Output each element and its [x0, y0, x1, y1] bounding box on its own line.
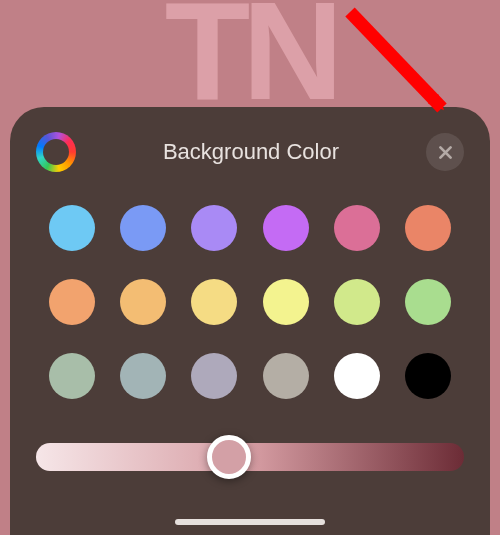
sheet-title: Background Color	[76, 139, 426, 165]
swatch-3[interactable]	[263, 205, 309, 251]
swatch-13[interactable]	[120, 353, 166, 399]
swatch-10[interactable]	[334, 279, 380, 325]
swatch-11[interactable]	[405, 279, 451, 325]
svg-line-1	[350, 12, 442, 108]
swatch-1[interactable]	[120, 205, 166, 251]
swatch-12[interactable]	[49, 353, 95, 399]
close-icon	[437, 144, 454, 161]
swatch-grid	[36, 205, 464, 399]
swatch-4[interactable]	[334, 205, 380, 251]
color-wheel-button[interactable]	[36, 132, 76, 172]
slider-thumb[interactable]	[207, 435, 251, 479]
home-indicator[interactable]	[175, 519, 325, 525]
swatch-8[interactable]	[191, 279, 237, 325]
close-button[interactable]	[426, 133, 464, 171]
swatch-6[interactable]	[49, 279, 95, 325]
swatch-15[interactable]	[263, 353, 309, 399]
swatch-0[interactable]	[49, 205, 95, 251]
tint-slider[interactable]	[36, 437, 464, 477]
sheet-header: Background Color	[36, 127, 464, 177]
swatch-5[interactable]	[405, 205, 451, 251]
swatch-16[interactable]	[334, 353, 380, 399]
swatch-9[interactable]	[263, 279, 309, 325]
swatch-17[interactable]	[405, 353, 451, 399]
swatch-7[interactable]	[120, 279, 166, 325]
color-picker-sheet: Background Color	[10, 107, 490, 535]
swatch-2[interactable]	[191, 205, 237, 251]
swatch-14[interactable]	[191, 353, 237, 399]
